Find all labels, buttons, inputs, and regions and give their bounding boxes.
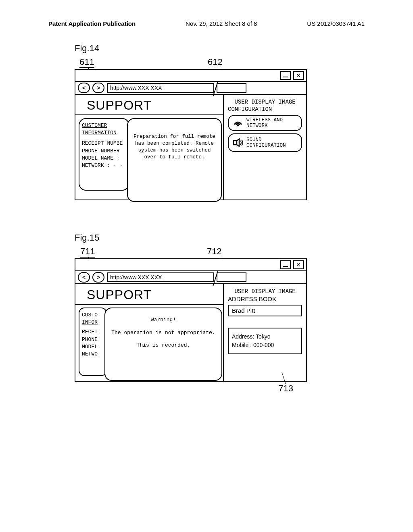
header-right: US 2012/0303741 A1 <box>307 20 365 27</box>
network-label: NETWO <box>82 351 104 358</box>
address-bar: < > http://www.XXX XXX <box>75 271 306 284</box>
addressbook-title: ADDRESS BOOK <box>228 295 302 302</box>
warning-panel: Warning! The operation is not appropriat… <box>104 308 222 381</box>
contact-detail: Address: Tokyo Mobile : 000-000 <box>228 328 302 354</box>
url-input[interactable]: http://www.XXX XXX <box>107 272 214 282</box>
callout-711: 711 <box>80 246 95 258</box>
device-title: USER DISPLAY IMAGE <box>228 288 302 295</box>
svg-point-0 <box>237 125 239 127</box>
back-button[interactable]: < <box>78 272 90 283</box>
customer-info-panel: CUSTO INFOR RECEI PHONE MODEL NETWO <box>79 308 107 376</box>
support-pane: SUPPORT CUSTOMER INFORMATION RECEIPT NUM… <box>75 95 224 200</box>
device-pane: USER DISPLAY IMAGE CONFIGURATION WIRELES… <box>224 95 306 200</box>
titlebar: ✕ <box>75 70 306 82</box>
header-center: Nov. 29, 2012 Sheet 8 of 8 <box>186 20 257 27</box>
titlebar: ✕ <box>75 259 306 271</box>
sound-item[interactable]: SOUNDCONFIGURATION <box>228 133 302 152</box>
receipt-label: RECEIPT NUMBE <box>82 140 126 147</box>
close-button[interactable]: ✕ <box>293 71 304 80</box>
fig15-label: Fig.15 <box>75 233 413 243</box>
header-left: Patent Application Publication <box>48 20 136 27</box>
receipt-label: RECEI <box>82 328 104 336</box>
url-extra-input[interactable] <box>217 272 246 282</box>
wireless-label: WIRELESS AND NETWORK <box>246 117 297 129</box>
callout-612: 612 <box>208 57 223 67</box>
callout-713: 713 <box>278 383 293 394</box>
contact-name[interactable]: Brad Pitt <box>228 305 302 316</box>
device-title: USER DISPLAY IMAGE <box>228 99 302 105</box>
model-label: MODEL <box>82 343 104 351</box>
close-button[interactable]: ✕ <box>293 260 304 269</box>
wifi-icon <box>233 118 243 128</box>
contact-address: Address: Tokyo <box>232 332 298 341</box>
warning-line-2: This is recorded. <box>108 342 218 349</box>
model-label: MODEL NAME : <box>82 155 126 162</box>
back-button[interactable]: < <box>78 83 90 93</box>
fig14-label: Fig.14 <box>75 43 413 54</box>
forward-button[interactable]: > <box>92 83 104 93</box>
support-pane: SUPPORT CUSTO INFOR RECEI PHONE MODEL NE… <box>75 284 224 381</box>
url-input[interactable]: http://www.XXX XXX <box>107 83 214 93</box>
browser-window-15: ✕ < > http://www.XXX XXX SUPPORT CUSTO I… <box>75 258 307 382</box>
phone-label: PHONE NUMBER <box>82 148 126 155</box>
browser-window-14: ✕ < > http://www.XXX XXX SUPPORT CUSTOME… <box>75 69 307 200</box>
leader-icon <box>82 257 88 258</box>
url-extra-input[interactable] <box>217 83 246 93</box>
support-title: SUPPORT <box>87 287 220 302</box>
callout-611: 611 <box>79 57 94 68</box>
network-label: NETWORK : · · <box>82 162 126 169</box>
forward-button[interactable]: > <box>92 272 104 283</box>
wireless-item[interactable]: WIRELESS AND NETWORK <box>228 115 302 131</box>
device-subtitle: CONFIGURATION <box>228 106 302 112</box>
customer-title-2: INFOR <box>82 319 104 326</box>
message-panel: Preparation for full remote has been com… <box>127 118 222 202</box>
device-pane: USER DISPLAY IMAGE ADDRESS BOOK Brad Pit… <box>224 284 306 381</box>
address-bar: < > http://www.XXX XXX <box>75 82 306 95</box>
warning-line-1: The operation is not appropriate. <box>108 329 218 337</box>
warning-title: Warning! <box>108 316 218 324</box>
speaker-icon <box>233 137 243 148</box>
minimize-button[interactable] <box>280 260 291 269</box>
svg-rect-1 <box>234 141 237 145</box>
contact-mobile: Mobile : 000-000 <box>232 341 298 349</box>
customer-title-1: CUSTO <box>82 312 104 319</box>
callout-712: 712 <box>207 246 222 257</box>
sound-label: SOUNDCONFIGURATION <box>246 137 286 148</box>
support-title: SUPPORT <box>87 98 220 113</box>
phone-label: PHONE <box>82 336 104 343</box>
customer-title: CUSTOMER INFORMATION <box>82 122 126 137</box>
leader-icon <box>82 67 88 68</box>
minimize-button[interactable] <box>280 71 291 80</box>
customer-info-panel: CUSTOMER INFORMATION RECEIPT NUMBE PHONE… <box>79 118 129 191</box>
